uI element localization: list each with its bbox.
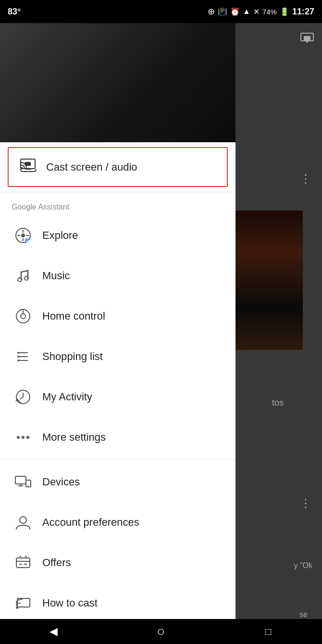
menu-item-shopping-list[interactable]: Shopping list [0, 336, 235, 377]
shopping-list-label: Shopping list [42, 350, 103, 363]
svg-point-28 [22, 436, 25, 439]
music-icon [12, 264, 35, 287]
battery-percentage: 74% [262, 8, 277, 16]
status-icons: ⊕ 📳 ⏰ ▲ ✕ 74% 🔋 11:27 [208, 6, 314, 17]
svg-point-18 [21, 314, 25, 319]
svg-point-24 [17, 356, 19, 358]
devices-label: Devices [42, 476, 80, 488]
add-circle-icon: ⊕ [208, 6, 215, 17]
music-label: Music [42, 270, 70, 282]
svg-point-2 [306, 41, 308, 43]
svg-point-12 [21, 234, 25, 237]
back-icon: ◀ [50, 625, 58, 638]
alarm-icon: ⏰ [230, 7, 240, 16]
cast-icon [20, 159, 37, 175]
home-button[interactable]: ○ [147, 619, 175, 644]
divider-1 [0, 192, 235, 192]
menu-item-explore[interactable]: G Explore [0, 215, 235, 256]
menu-item-devices[interactable]: Devices [0, 462, 235, 502]
menu-item-account-preferences[interactable]: Account preferences [0, 502, 235, 543]
my-activity-icon [12, 385, 35, 409]
how-to-cast-icon [12, 592, 35, 615]
more-settings-icon [12, 426, 35, 449]
drawer-header [0, 23, 235, 142]
menu-item-offers[interactable]: Offers [0, 543, 235, 583]
svg-point-29 [26, 436, 29, 439]
explore-icon: G [12, 224, 35, 247]
svg-rect-1 [304, 36, 310, 41]
clock: 11:27 [292, 7, 314, 17]
devices-icon [12, 471, 35, 494]
background-cast-icon [300, 31, 314, 46]
menu-item-my-activity[interactable]: My Activity [0, 377, 235, 417]
svg-point-43 [16, 607, 18, 609]
more-settings-label: More settings [42, 431, 106, 444]
navigation-drawer: Cast screen / audio Google Assistant G E… [0, 23, 235, 619]
status-bar: 83° ⊕ 📳 ⏰ ▲ ✕ 74% 🔋 11:27 [0, 0, 322, 23]
recent-apps-button[interactable]: □ [254, 619, 283, 644]
svg-point-27 [17, 436, 20, 439]
home-control-label: Home control [42, 310, 105, 322]
account-preferences-label: Account preferences [42, 516, 139, 529]
background-threedot-1: ⋮ [300, 172, 312, 186]
google-assistant-section-header: Google Assistant [0, 194, 235, 215]
menu-item-how-to-cast[interactable]: How to cast [0, 583, 235, 619]
explore-label: Explore [42, 229, 78, 242]
background-threedot-2: ⋮ [300, 496, 312, 510]
shopping-list-icon [12, 345, 35, 368]
back-button[interactable]: ◀ [39, 619, 68, 644]
my-activity-label: My Activity [42, 391, 92, 403]
cast-screen-audio-label: Cast screen / audio [46, 161, 137, 173]
temperature: 83° [8, 7, 21, 17]
background-ok-text: y "Ok [294, 561, 312, 570]
svg-point-23 [17, 352, 19, 354]
divider-2 [0, 459, 235, 460]
offers-label: Offers [42, 557, 71, 569]
cast-screen-audio-item[interactable]: Cast screen / audio [8, 147, 228, 187]
svg-rect-30 [15, 476, 26, 484]
menu-item-home-control[interactable]: Home control [0, 296, 235, 336]
home-icon: ○ [157, 624, 165, 639]
svg-rect-36 [16, 558, 30, 568]
svg-text:G: G [26, 238, 29, 243]
account-preferences-icon [12, 511, 35, 534]
offers-icon [12, 551, 35, 574]
menu-item-more-settings[interactable]: More settings [0, 417, 235, 458]
svg-point-25 [17, 359, 19, 361]
wifi-icon: ▲ [243, 7, 250, 16]
background-tos-text: tos [272, 398, 284, 408]
background-dark-image [231, 211, 303, 350]
svg-point-35 [20, 517, 26, 523]
bottom-navigation: ◀ ○ □ [0, 619, 322, 644]
battery-icon: 🔋 [280, 7, 289, 16]
signal-icon: ✕ [253, 7, 260, 16]
background-se-text: se [299, 610, 308, 619]
vibrate-icon: 📳 [218, 7, 227, 16]
recent-apps-icon: □ [265, 626, 271, 637]
home-control-icon [12, 305, 35, 328]
how-to-cast-label: How to cast [42, 597, 98, 609]
menu-item-music[interactable]: Music [0, 256, 235, 296]
